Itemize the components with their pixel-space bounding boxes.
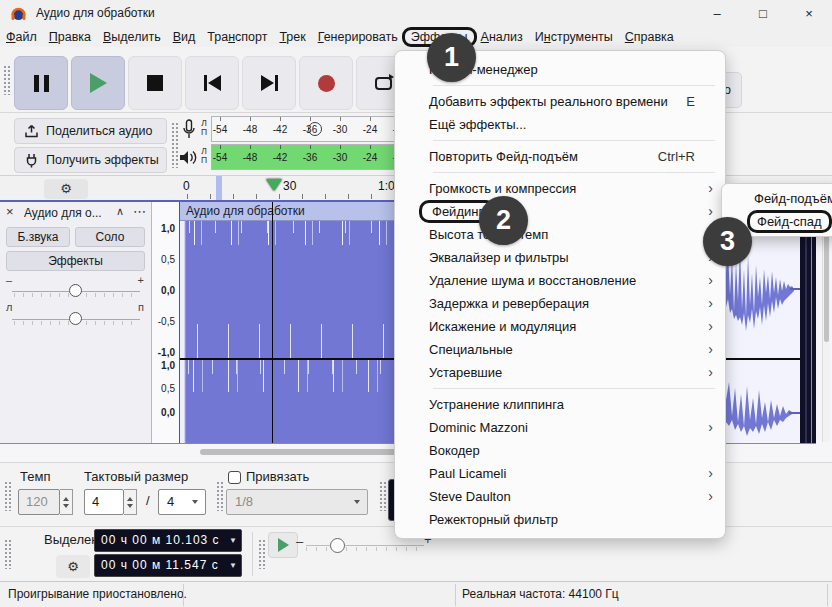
speed-slider-thumb[interactable]	[330, 538, 345, 553]
pause-icon	[34, 75, 49, 92]
menubar-item[interactable]: Инструменты	[530, 29, 618, 45]
get-effects-button[interactable]: Получить эффекты	[14, 147, 167, 173]
timeline-label: 30	[283, 179, 296, 193]
tempo-input[interactable]: 120	[18, 489, 60, 515]
effects-menu-item[interactable]: Paul Licameli›	[395, 462, 725, 485]
toolbar-grip[interactable]	[4, 481, 12, 511]
track-control-panel: × Аудио для о... ∧ ⋯ Б.звука Соло Эффект…	[0, 202, 152, 443]
gear-icon: ⚙	[67, 559, 79, 574]
toolbar-grip[interactable]	[171, 122, 179, 168]
selection-end-field[interactable]: 00 ч 00 м 11.547 с ▼	[94, 554, 242, 577]
menubar-item[interactable]: Выделить	[98, 29, 166, 45]
effects-menu-item[interactable]: Вокодер	[395, 439, 725, 462]
track-collapse-icon[interactable]: ∧	[116, 205, 124, 218]
menubar-item[interactable]: Справка	[620, 29, 679, 45]
meter-scale-label: -42	[273, 152, 287, 163]
close-button[interactable]: ×	[786, 0, 832, 26]
solo-button[interactable]: Соло	[75, 227, 145, 247]
toolbar-grip[interactable]	[216, 481, 224, 511]
toolbar-grip[interactable]	[4, 539, 12, 569]
skip-start-icon	[204, 75, 221, 91]
effects-menu-item[interactable]: Устранение клиппинга	[395, 393, 725, 416]
menu-separator	[433, 85, 715, 86]
dropdown-caret-icon[interactable]: ▼	[229, 530, 238, 551]
play-icon	[90, 73, 107, 93]
amplitude-scale-label: 0,0	[161, 407, 175, 418]
menubar-item[interactable]: Файл	[1, 29, 42, 45]
pan-slider-thumb[interactable]	[69, 312, 82, 325]
menubar-item[interactable]: Генерировать	[313, 29, 403, 45]
share-icon	[24, 124, 39, 139]
mute-button[interactable]: Б.звука	[6, 227, 70, 247]
toolbar-grip[interactable]	[3, 65, 11, 95]
effects-menu-item[interactable]: Громкость и компрессия›	[395, 177, 725, 200]
track-right-edge	[800, 202, 816, 443]
snap-checkbox[interactable]	[228, 471, 241, 484]
meter-scale-label: -36	[303, 152, 317, 163]
tempo-spinner[interactable]	[60, 489, 73, 515]
timeline-options-button[interactable]: ⚙	[44, 179, 88, 199]
vertical-scrollbar[interactable]	[822, 204, 830, 442]
menubar-item[interactable]: Транспорт	[202, 29, 272, 45]
maximize-button[interactable]: □	[740, 0, 786, 26]
track-close-icon[interactable]: ×	[6, 204, 14, 219]
speed-slider[interactable]	[306, 545, 424, 546]
toolbar-grip[interactable]	[379, 481, 387, 511]
time-signature-upper-input[interactable]: 4	[84, 489, 124, 515]
audacity-window: Аудио для обработки – □ × ФайлПравкаВыде…	[0, 0, 832, 607]
effects-menu-item[interactable]: Steve Daulton›	[395, 485, 725, 508]
vertical-scale-ruler[interactable]: 1,00,50,0-0,5-1,01,00,50,0	[152, 202, 180, 443]
skip-to-start-button[interactable]	[185, 56, 239, 110]
play-at-speed-button[interactable]	[268, 532, 298, 558]
fading-submenu-item[interactable]: Фейд-подъём	[722, 187, 832, 210]
effects-menu-item[interactable]: Искажение и модуляция›	[395, 315, 725, 338]
minimize-button[interactable]: –	[694, 0, 740, 26]
time-signature-label: Тактовый размер	[84, 469, 188, 484]
gain-slider-thumb[interactable]	[69, 284, 82, 297]
menubar-item[interactable]: Трек	[274, 29, 310, 45]
effects-menu-item[interactable]: Повторить Фейд-подъёмCtrl+R	[395, 145, 725, 168]
play-button[interactable]	[71, 56, 125, 110]
effects-menu-item[interactable]: Ещё эффекты...	[395, 113, 725, 136]
pause-button[interactable]	[14, 56, 68, 110]
effects-menu-item[interactable]: Эквалайзер и фильтры›	[395, 246, 725, 269]
menubar-item[interactable]: Вид	[168, 29, 201, 45]
menubar-item[interactable]: Анализ	[476, 29, 528, 45]
track-menu-icon[interactable]: ⋯	[133, 204, 147, 219]
effects-menu-item[interactable]: Высота тона и темп›	[395, 223, 725, 246]
amplitude-scale-label: 1,0	[161, 360, 175, 371]
time-signature-lower-select[interactable]: 4	[158, 489, 206, 515]
effects-menu-item[interactable]: Фейдинг›	[395, 200, 725, 223]
stop-button[interactable]	[128, 56, 182, 110]
dropdown-caret-icon[interactable]: ▼	[229, 555, 238, 576]
effects-menu-item[interactable]: Устаревшие›	[395, 361, 725, 384]
tempo-label: Темп	[20, 469, 50, 484]
record-button[interactable]	[299, 56, 353, 110]
waveform-tail-channel2[interactable]	[726, 360, 800, 444]
track-title[interactable]: Аудио для о...	[24, 206, 102, 220]
effects-menu-item[interactable]: Удаление шума и восстановление›	[395, 269, 725, 292]
meter-scale-label: -48	[243, 124, 257, 135]
selection-options-button[interactable]: ⚙	[56, 555, 90, 578]
effects-menu-item[interactable]: Добавить эффекты реального времениE	[395, 90, 725, 113]
effects-menu-item[interactable]: Режекторный фильтр	[395, 508, 725, 531]
playhead-marker[interactable]	[266, 179, 282, 191]
microphone-icon	[182, 119, 196, 140]
effects-menu-popup: Плагин-менеджерДобавить эффекты реальног…	[394, 50, 726, 539]
submenu-arrow-icon: ›	[708, 180, 713, 196]
meter-scale-label: -54	[213, 124, 227, 135]
track-effects-button[interactable]: Эффекты	[6, 251, 145, 271]
toolbar-grip[interactable]	[258, 539, 266, 569]
effects-menu-item[interactable]: Dominic Mazzoni›	[395, 416, 725, 439]
menubar-item[interactable]: Правка	[44, 29, 96, 45]
time-signature-spinner[interactable]	[124, 489, 137, 515]
skip-to-end-button[interactable]	[242, 56, 296, 110]
effects-menu-item[interactable]: Задержка и реверберация›	[395, 292, 725, 315]
gain-plus-label: +	[138, 274, 144, 286]
snap-select[interactable]: 1/8	[226, 489, 368, 515]
playback-cursor-line	[272, 202, 273, 443]
share-audio-button[interactable]: Поделиться аудио	[14, 118, 167, 144]
speaker-icon	[179, 149, 198, 166]
selection-start-field[interactable]: 00 ч 00 м 10.103 с ▼	[94, 529, 242, 552]
effects-menu-item[interactable]: Специальные›	[395, 338, 725, 361]
